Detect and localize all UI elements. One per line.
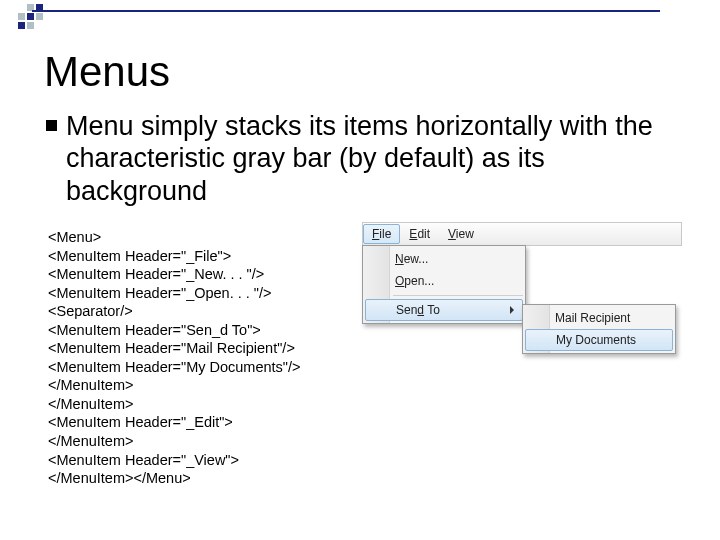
bullet-text: Menu simply stacks its items horizontall… (66, 110, 680, 207)
menu-item-mail-recipient[interactable]: Mail Recipient (523, 307, 675, 329)
menubar: File Edit View (362, 222, 682, 246)
submenu-arrow-icon (510, 306, 514, 314)
slide-title: Menus (44, 48, 170, 96)
menubar-item-edit[interactable]: Edit (400, 224, 439, 244)
menu-item-new[interactable]: New... (363, 248, 525, 270)
menu-screenshot: File Edit View New... Open... Send To Ma… (362, 222, 682, 246)
menubar-item-file[interactable]: File (363, 224, 400, 244)
xaml-code-block: <Menu> <MenuItem Header="_File"> <MenuIt… (48, 228, 300, 488)
dropdown-file: New... Open... Send To (362, 245, 526, 324)
menu-separator (393, 295, 523, 296)
menu-item-open[interactable]: Open... (363, 270, 525, 292)
slide-top-rule (32, 10, 660, 16)
bullet-square-icon (46, 120, 57, 131)
submenu-send-to: Mail Recipient My Documents (522, 304, 676, 354)
menu-item-my-documents[interactable]: My Documents (525, 329, 673, 351)
menubar-item-view[interactable]: View (439, 224, 483, 244)
menu-item-send-to[interactable]: Send To (365, 299, 523, 321)
slide-corner-decoration (18, 4, 43, 29)
